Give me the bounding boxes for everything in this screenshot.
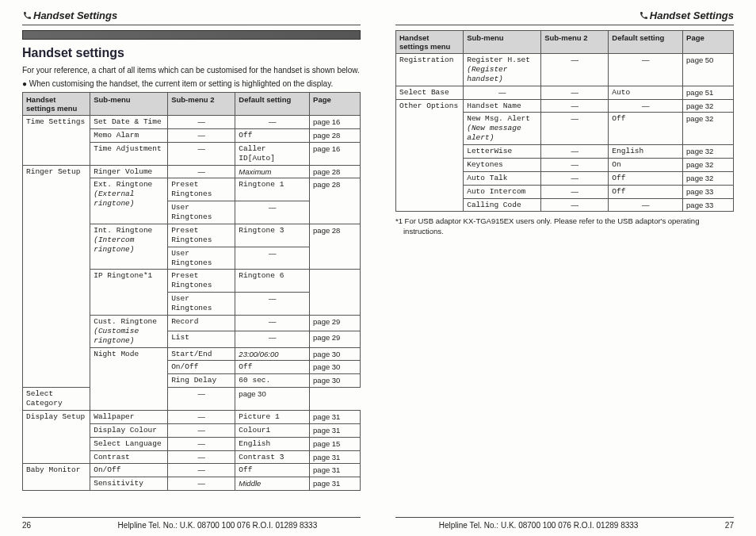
running-head-right: Handset Settings [395, 10, 734, 21]
submenu-cell: LetterWise [464, 145, 541, 159]
default-cell: Ringtone 3 [235, 224, 310, 247]
submenu-cell: Time Adjustment [90, 142, 168, 165]
header-rule [395, 25, 734, 25]
menu-cell: Ringer Setup [23, 165, 90, 388]
submenu-cell: Register H.set(Register handset) [464, 54, 541, 86]
col-default: Default setting [235, 93, 310, 116]
page-cell: page 31 [310, 464, 361, 477]
submenu2-cell: — [168, 142, 235, 165]
page-cell: page 28 [310, 128, 361, 142]
submenu2-cell: Select Category [23, 388, 90, 411]
submenu2-cell: — [541, 185, 609, 198]
page-cell: page 32 [683, 145, 734, 159]
default-cell: Off [609, 171, 683, 185]
default-cell: Maximum [235, 165, 310, 178]
intro-text: For your reference, a chart of all items… [22, 65, 361, 75]
submenu2-cell: — [541, 86, 609, 99]
page-number-left: 26 [22, 521, 31, 530]
default-cell: English [235, 437, 310, 450]
page-cell: page 50 [683, 54, 734, 86]
page-cell [310, 270, 361, 316]
submenu-cell: Set Date & Time [90, 116, 168, 129]
col-submenu: Sub-menu [90, 93, 168, 116]
page-cell: page 29 [310, 331, 361, 347]
default-cell: On [609, 158, 683, 171]
col-menu: Handset settings menu [23, 93, 90, 116]
page-cell: page 33 [683, 185, 734, 198]
submenu2-cell: On/Off [168, 361, 235, 374]
page-cell: page 28 [310, 224, 361, 270]
submenu2-cell: Record [168, 315, 235, 331]
handset-icon [22, 11, 32, 21]
submenu2-cell: — [541, 99, 609, 113]
submenu2-cell: User Ringtones [168, 201, 235, 224]
default-cell: — [235, 331, 310, 347]
submenu-cell: New Msg. Alert(New message alert) [464, 113, 541, 145]
submenu-cell: Auto Talk [464, 171, 541, 185]
col-submenu2: Sub-menu 2 [168, 93, 235, 116]
submenu-cell: Select Language [90, 437, 168, 450]
page-number-right: 27 [725, 521, 734, 530]
submenu-cell: Keytones [464, 158, 541, 171]
submenu2-cell: — [168, 477, 235, 491]
default-cell: Middle [235, 477, 310, 491]
col-page: Page [683, 31, 734, 54]
submenu2-cell: — [168, 464, 235, 477]
submenu-cell: Contrast [90, 450, 168, 464]
submenu2-cell: User Ringtones [168, 293, 235, 316]
default-cell: Off [609, 185, 683, 198]
page-cell: page 32 [683, 113, 734, 145]
page-cell: page 30 [235, 388, 310, 411]
page-cell: page 30 [310, 361, 361, 374]
page-cell: page 32 [683, 171, 734, 185]
default-cell: Ringtone 6 [235, 270, 310, 293]
submenu2-cell: — [541, 171, 609, 185]
default-cell: Ringtone 1 [235, 178, 310, 201]
submenu2-cell: — [168, 410, 235, 423]
table-row: Other OptionsHandset Name——page 32 [396, 99, 734, 113]
running-head-text: Handset Settings [33, 10, 117, 21]
menu-cell: Display Setup [23, 410, 90, 464]
page-cell: page 28 [310, 165, 361, 178]
default-cell: Colour1 [235, 423, 310, 437]
default-cell: Off [235, 464, 310, 477]
submenu-cell: Wallpaper [90, 410, 168, 423]
submenu2-cell: List [168, 331, 235, 347]
submenu-cell: IP Ringtone*1 [90, 270, 168, 316]
table-row: Display SetupWallpaper—Picture 1page 31 [23, 410, 361, 423]
submenu2-cell: — [168, 437, 235, 450]
page-cell: page 28 [310, 178, 361, 224]
default-cell: Off [235, 128, 310, 142]
page-left: Handset Settings Handset settings For yo… [0, 0, 378, 536]
col-page: Page [310, 93, 361, 116]
submenu-cell: — [464, 86, 541, 99]
submenu2-cell: Preset Ringtones [168, 224, 235, 247]
page-cell: page 51 [683, 86, 734, 99]
submenu-cell: Calling Code [464, 198, 541, 212]
table-header-row: Handset settings menu Sub-menu Sub-menu … [23, 93, 361, 116]
table-row: Select Category—page 30 [23, 388, 361, 411]
default-cell: Auto [609, 86, 683, 99]
table-header-row: Handset settings menu Sub-menu Sub-menu … [396, 31, 734, 54]
submenu2-cell: — [168, 450, 235, 464]
default-cell: Off [609, 113, 683, 145]
submenu2-cell: User Ringtones [168, 247, 235, 270]
footer-left: 26 Helpline Tel. No.: U.K. 08700 100 076… [22, 517, 361, 530]
menu-cell: Baby Monitor [23, 464, 90, 491]
default-cell: — [235, 201, 310, 224]
table-row: Time SettingsSet Date & Time——page 16 [23, 116, 361, 129]
col-default: Default setting [609, 31, 683, 54]
page-right: Handset Settings Handset settings menu S… [378, 0, 756, 536]
submenu-cell: Handset Name [464, 99, 541, 113]
submenu-cell: Memo Alarm [90, 128, 168, 142]
handset-icon [639, 11, 648, 21]
section-title: Handset settings [22, 46, 361, 60]
table-row: Baby MonitorOn/Off—Offpage 31 [23, 464, 361, 477]
page-cell: page 31 [310, 477, 361, 491]
submenu2-cell: Start/End [168, 347, 235, 361]
default-cell: — [235, 315, 310, 331]
page-cell: page 31 [310, 410, 361, 423]
default-cell: English [609, 145, 683, 159]
default-cell: Caller ID[Auto] [235, 142, 310, 165]
default-cell: Picture 1 [235, 410, 310, 423]
